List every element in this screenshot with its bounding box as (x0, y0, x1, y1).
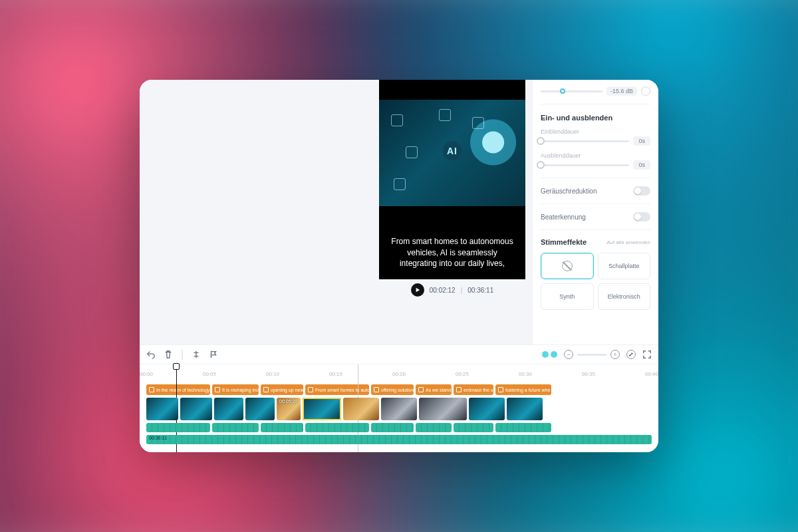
audio-clip[interactable] (146, 423, 210, 432)
overlay-chip-icon (439, 109, 451, 121)
ruler-tick: 00:05 (203, 371, 216, 377)
fade-in-value: 0s (633, 136, 650, 146)
reset-volume-icon[interactable] (641, 86, 650, 96)
ruler-tick: 00:00 (140, 371, 153, 377)
voice-fx-elektronisch[interactable]: Elektronisch (598, 283, 651, 310)
subtitle-clip[interactable]: It is reshaping indus (212, 384, 259, 395)
subtitle-clip[interactable]: From smart homes to auton (305, 384, 369, 395)
ruler-tick: 00:30 (519, 371, 532, 377)
beat-detect-row: Beaterkennung (541, 212, 650, 221)
total-timecode: 00:36:11 (467, 287, 493, 294)
fade-out-group: Ausblenddauer 0s (541, 152, 650, 170)
apply-all-link[interactable]: Auf alle anwenden (606, 239, 650, 245)
trash-icon[interactable] (164, 350, 173, 359)
none-icon (562, 261, 573, 271)
audio-clip[interactable] (212, 423, 259, 432)
audio-clip[interactable] (454, 423, 493, 432)
divider (541, 104, 650, 104)
fade-out-slider[interactable] (541, 164, 629, 166)
fade-in-group: Einblenddauer 0s (541, 128, 650, 146)
voice-fx-synth[interactable]: Synth (541, 283, 594, 310)
audio-clip[interactable] (371, 423, 414, 432)
volume-db-value: -15.6 dB (606, 86, 637, 96)
undo-icon[interactable] (146, 350, 156, 359)
video-clip[interactable]: 00:05:28 (277, 398, 301, 420)
ruler-tick: 00:10 (266, 371, 279, 377)
subtitle-clip[interactable]: As we stand o (416, 384, 452, 395)
ruler-tick: 00:40 (645, 371, 658, 377)
video-clip[interactable] (507, 398, 543, 420)
subtitle-clip-text: embrace the opp (464, 388, 493, 392)
noise-reduction-label: Geräuschreduktion (541, 188, 597, 195)
beat-detect-toggle[interactable] (633, 212, 650, 221)
subtitle-clip[interactable]: offering solutions (371, 384, 414, 395)
subtitle-track[interactable]: In the realm of technology, tIt is resha… (146, 384, 652, 395)
beat-detect-label: Beaterkennung (541, 213, 586, 221)
video-clip[interactable] (381, 398, 417, 420)
video-clip[interactable] (419, 398, 467, 420)
audio-clip[interactable] (305, 423, 369, 432)
current-timecode: 00:02:12 (430, 287, 456, 294)
clip-timecode: 00:05:28 (279, 399, 297, 404)
zoom-in-icon[interactable]: + (610, 350, 620, 359)
zoom-slider[interactable] (577, 354, 606, 356)
snap-toggle-icon[interactable] (542, 351, 557, 358)
zoom-out-icon[interactable]: − (564, 350, 573, 359)
divider (541, 229, 650, 230)
fade-section-title: Ein- und ausblenden (541, 114, 650, 122)
ruler-tick: 00:25 (456, 371, 469, 377)
noise-reduction-toggle[interactable] (633, 186, 650, 196)
subtitle-icon (149, 387, 154, 392)
subtitle-icon (308, 387, 313, 392)
preview-subtitle: From smart homes to autonomous vehicles,… (379, 231, 525, 279)
subtitle-clip[interactable]: In the realm of technology, t (146, 384, 210, 395)
subtitle-clip-text: offering solutions (381, 388, 414, 392)
fullscreen-icon[interactable] (642, 350, 652, 359)
zoom-control[interactable]: − + (564, 350, 620, 359)
subtitle-clip-text: From smart homes to auton (315, 388, 369, 392)
volume-slider[interactable] (541, 90, 602, 92)
noise-reduction-row: Geräuschreduktion (541, 186, 650, 196)
divider (541, 178, 650, 178)
overlay-chip-icon (394, 178, 406, 190)
properties-panel: -15.6 dB Ein- und ausblenden Einblenddau… (532, 80, 658, 344)
video-clip[interactable] (146, 398, 178, 420)
split-icon[interactable] (192, 350, 201, 359)
audio-clip[interactable] (495, 423, 551, 432)
voice-fx-none[interactable] (541, 253, 594, 279)
video-preview[interactable]: From smart homes to autonomous vehicles,… (379, 80, 525, 279)
time-ruler[interactable]: 00:0000:0500:1000:1500:2000:2500:3000:35… (146, 368, 652, 382)
ruler-tick: 00:20 (392, 371, 406, 377)
subtitle-clip[interactable]: opening up new p (261, 384, 303, 395)
video-clip[interactable] (180, 398, 212, 420)
left-empty-panel (140, 80, 372, 344)
ruler-tick: 00:15 (329, 371, 342, 377)
video-track[interactable]: 00:05:28 (146, 398, 652, 420)
video-clip[interactable] (343, 398, 379, 420)
video-clip[interactable] (469, 398, 505, 420)
video-clip[interactable] (303, 398, 341, 420)
voice-fx-schallplatte[interactable]: Schallplatte (598, 253, 651, 279)
fit-icon[interactable]: ⤢ (626, 350, 636, 359)
fade-out-label: Ausblenddauer (541, 152, 650, 159)
subtitle-icon (418, 387, 424, 392)
overlay-chip-icon (472, 117, 484, 129)
flag-icon[interactable] (209, 350, 218, 359)
audio-track-1[interactable] (146, 423, 652, 432)
timeline-right-tools: − + ⤢ (542, 350, 652, 359)
subtitle-clip-text: fostering a future whe (505, 388, 550, 392)
video-clip[interactable] (214, 398, 243, 420)
subtitle-clip[interactable]: fostering a future whe (495, 384, 551, 395)
audio-clip[interactable] (261, 423, 303, 432)
playback-bar: 00:02:12 | 00:36:11 (411, 283, 493, 297)
audio-track-2[interactable]: 00:36:11 (146, 435, 652, 444)
fade-in-slider[interactable] (541, 140, 629, 142)
play-button[interactable] (411, 283, 424, 297)
audio-clip[interactable] (416, 423, 452, 432)
fade-in-label: Einblenddauer (541, 128, 650, 135)
video-clip[interactable] (245, 398, 275, 420)
subtitle-clip[interactable]: embrace the opp (454, 384, 493, 395)
subtitle-clip-text: As we stand o (426, 388, 452, 392)
subtitle-icon (374, 387, 379, 392)
timeline[interactable]: 00:0000:0500:1000:1500:2000:2500:3000:35… (140, 364, 658, 452)
